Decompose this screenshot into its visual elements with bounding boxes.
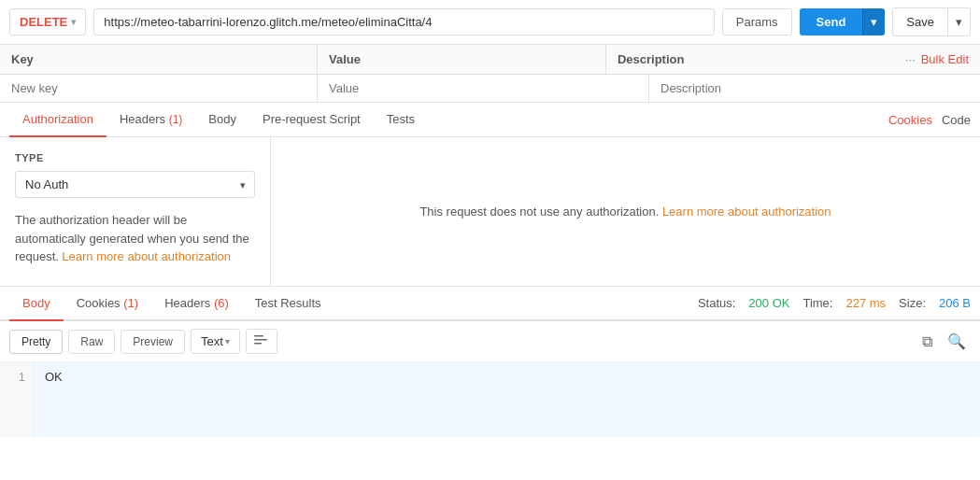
- content-area: TYPE No Auth ▾ The authorization header …: [0, 137, 980, 287]
- method-chevron: ▾: [71, 17, 76, 27]
- new-desc-input[interactable]: [649, 75, 829, 102]
- wrap-icon[interactable]: [246, 329, 277, 354]
- type-label: TYPE: [15, 152, 255, 163]
- time-value: 227 ms: [845, 296, 886, 310]
- tab-body[interactable]: Body: [195, 103, 249, 137]
- auth-description: The authorization header will be automat…: [15, 211, 255, 266]
- preview-button[interactable]: Preview: [121, 330, 185, 354]
- new-desc-cell: [649, 75, 980, 102]
- method-label: DELETE: [20, 15, 67, 29]
- send-button[interactable]: Send: [800, 8, 863, 35]
- status-info: Status: 200 OK Time: 227 ms Size: 206 B: [698, 296, 971, 310]
- tab-tests[interactable]: Tests: [374, 103, 428, 137]
- auth-learn-more-link[interactable]: Learn more about authorization: [62, 249, 231, 263]
- method-button[interactable]: DELETE ▾: [9, 8, 86, 35]
- params-table: Key Value Description ··· Bulk Edit: [0, 45, 980, 103]
- col-actions: ··· Bulk Edit: [894, 45, 980, 74]
- cookies-link[interactable]: Cookies: [888, 113, 932, 127]
- bulk-edit-button[interactable]: Bulk Edit: [921, 52, 969, 66]
- top-bar: DELETE ▾ Params Send ▾ Save ▾: [0, 0, 980, 45]
- resp-icons: ⧉ 🔍: [917, 331, 971, 352]
- svg-rect-2: [254, 343, 262, 345]
- col-desc-header: Description: [606, 45, 894, 74]
- tab-headers[interactable]: Headers (1): [107, 103, 195, 137]
- code-content: OK: [34, 362, 980, 437]
- auth-info-panel: This request does not use any authorizat…: [271, 137, 980, 286]
- status-label: Status:: [698, 296, 735, 310]
- resp-tab-cookies[interactable]: Cookies (1): [64, 287, 151, 321]
- svg-rect-1: [254, 339, 267, 341]
- response-toolbar: Pretty Raw Preview Text ▾ ⧉ 🔍: [0, 321, 980, 362]
- col-value-header: Value: [318, 45, 606, 74]
- response-area: Pretty Raw Preview Text ▾ ⧉ 🔍 1 OK: [0, 321, 980, 437]
- search-button[interactable]: 🔍: [943, 331, 971, 352]
- auth-info-learn-more-link[interactable]: Learn more about authorization: [662, 205, 831, 219]
- format-label: Text: [201, 334, 223, 348]
- new-key-cell: [0, 75, 318, 102]
- params-header: Key Value Description ··· Bulk Edit: [0, 45, 980, 75]
- save-button[interactable]: Save: [892, 7, 948, 36]
- code-link[interactable]: Code: [942, 113, 971, 127]
- send-group: Send ▾: [800, 8, 886, 35]
- new-key-input[interactable]: [0, 75, 179, 102]
- url-input[interactable]: [93, 8, 714, 35]
- dots-icon: ···: [905, 52, 916, 66]
- auth-type-select[interactable]: No Auth: [15, 171, 255, 198]
- save-group: Save ▾: [892, 7, 971, 36]
- col-key-header: Key: [0, 45, 318, 74]
- save-dropdown-button[interactable]: ▾: [948, 7, 971, 36]
- format-select[interactable]: Text ▾: [191, 329, 240, 354]
- resp-tab-test-results[interactable]: Test Results: [242, 287, 334, 321]
- params-new-row: [0, 75, 980, 102]
- send-dropdown-button[interactable]: ▾: [862, 8, 885, 35]
- resp-tab-body[interactable]: Body: [9, 287, 64, 321]
- time-label: Time:: [802, 296, 832, 310]
- pretty-button[interactable]: Pretty: [9, 330, 63, 354]
- size-label: Size:: [899, 296, 926, 310]
- tab-authorization[interactable]: Authorization: [9, 103, 107, 137]
- response-tabs: Body Cookies (1) Headers (6) Test Result…: [0, 287, 980, 321]
- copy-button[interactable]: ⧉: [917, 331, 937, 352]
- tab-right-links: Cookies Code: [888, 113, 971, 127]
- size-value: 206 B: [939, 296, 971, 310]
- new-value-cell: [318, 75, 649, 102]
- params-button[interactable]: Params: [722, 8, 792, 35]
- auth-panel: TYPE No Auth ▾ The authorization header …: [0, 137, 271, 286]
- new-value-input[interactable]: [318, 75, 497, 102]
- code-area: 1 OK: [0, 362, 980, 437]
- status-value: 200 OK: [748, 296, 789, 310]
- request-tabs: Authorization Headers (1) Body Pre-reque…: [0, 103, 980, 137]
- resp-tab-headers[interactable]: Headers (6): [151, 287, 242, 321]
- line-numbers: 1: [0, 362, 34, 437]
- auth-info-text: This request does not use any authorizat…: [419, 205, 831, 219]
- format-arrow-icon: ▾: [225, 336, 230, 346]
- auth-type-select-wrapper: No Auth ▾: [15, 171, 255, 198]
- svg-rect-0: [254, 335, 263, 337]
- tab-prerequest[interactable]: Pre-request Script: [249, 103, 374, 137]
- raw-button[interactable]: Raw: [68, 330, 115, 354]
